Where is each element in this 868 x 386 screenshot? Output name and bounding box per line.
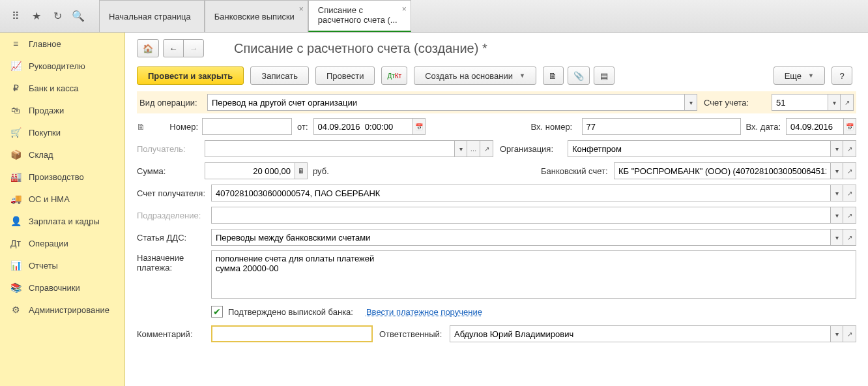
calendar-icon[interactable]: 📅 — [412, 118, 426, 135]
open-icon[interactable]: ↗ — [480, 140, 493, 157]
calc-icon[interactable]: 🖩 — [295, 162, 308, 179]
tab-label: Начальная страница — [109, 12, 191, 22]
sidebar-item-sales[interactable]: 🛍Продажи — [0, 99, 124, 121]
forward-button[interactable]: → — [183, 39, 204, 57]
tab-start-page[interactable]: Начальная страница — [99, 0, 205, 32]
ellipsis-icon[interactable]: … — [467, 140, 480, 157]
comment-input[interactable] — [211, 325, 373, 342]
calendar-icon[interactable]: 📅 — [843, 118, 856, 135]
dropdown-icon[interactable]: ▾ — [828, 94, 841, 111]
home-button[interactable]: 🏠 — [137, 39, 159, 57]
sidebar-item-label: Администрирование — [29, 305, 109, 315]
more-button[interactable]: Еще — [774, 67, 825, 85]
in-date-label: Вх. дата: — [741, 122, 786, 132]
open-icon[interactable]: ↗ — [843, 325, 856, 342]
sidebar-item-label: Операции — [29, 239, 68, 248]
enter-payment-link[interactable]: Ввести платежное поручение — [366, 307, 482, 317]
responsible-input[interactable] — [450, 325, 830, 342]
open-icon[interactable]: ↗ — [843, 185, 856, 201]
sidebar-item-hr[interactable]: 👤Зарплата и кадры — [0, 210, 124, 232]
open-icon[interactable]: ↗ — [843, 140, 856, 157]
responsible-label: Ответственный: — [379, 329, 450, 339]
box-icon: 📦 — [9, 149, 22, 160]
purpose-label: Назначение платежа: — [137, 250, 211, 273]
dropdown-icon[interactable]: ▾ — [830, 162, 843, 179]
history-icon[interactable]: ↻ — [50, 8, 65, 24]
tab-writeoff[interactable]: Списание с расчетного счета (...× — [308, 0, 411, 32]
dds-input[interactable] — [211, 229, 830, 246]
purpose-textarea[interactable] — [211, 250, 856, 299]
rec-acc-input[interactable] — [211, 185, 830, 201]
sidebar-item-purchases[interactable]: 🛒Покупки — [0, 121, 124, 143]
dropdown-icon[interactable]: ▾ — [830, 207, 843, 224]
sidebar-item-catalogs[interactable]: 📚Справочники — [0, 276, 124, 299]
star-icon[interactable]: ★ — [29, 8, 44, 24]
close-icon[interactable]: × — [299, 5, 304, 14]
op-type-input[interactable] — [207, 94, 684, 111]
sidebar-item-reports[interactable]: 📊Отчеты — [0, 254, 124, 276]
post-and-close-button[interactable]: Провести и закрыть — [137, 67, 244, 85]
dropdown-icon[interactable]: ▾ — [830, 140, 843, 157]
sidebar-item-production[interactable]: 🏭Производство — [0, 166, 124, 188]
dds-label: Статья ДДС: — [137, 233, 211, 243]
organization-input[interactable] — [568, 140, 830, 157]
person-icon: 👤 — [9, 216, 22, 226]
in-date-input[interactable] — [786, 118, 843, 135]
date-input[interactable] — [313, 118, 412, 135]
operations-icon: Дт — [9, 238, 22, 248]
sidebar-item-bank[interactable]: ₽Банк и касса — [0, 77, 124, 99]
open-icon[interactable]: ↗ — [843, 162, 856, 179]
tab-bank-statements[interactable]: Банковские выписки× — [205, 0, 308, 32]
in-number-input[interactable] — [582, 118, 741, 135]
sidebar-item-label: Отчеты — [29, 261, 58, 271]
subdivision-input[interactable] — [211, 207, 830, 224]
open-icon[interactable]: ↗ — [841, 94, 854, 111]
dropdown-icon[interactable]: ▾ — [830, 185, 843, 201]
create-based-on-button[interactable]: Создать на основании — [414, 67, 536, 85]
sidebar-item-label: Главное — [29, 39, 61, 49]
post-button[interactable]: Провести — [315, 67, 375, 85]
amount-input[interactable] — [205, 162, 295, 179]
attach-button[interactable]: 📎 — [568, 67, 590, 85]
dropdown-icon[interactable]: ▾ — [830, 325, 843, 342]
factory-icon: 🏭 — [9, 171, 22, 182]
account-input[interactable] — [772, 94, 828, 111]
sidebar-item-admin[interactable]: ⚙Администрирование — [0, 299, 124, 321]
back-button[interactable]: ← — [163, 39, 184, 57]
sidebar-item-label: Производство — [29, 172, 84, 182]
dropdown-icon[interactable]: ▾ — [830, 229, 843, 246]
bank-acc-input[interactable] — [614, 162, 830, 179]
sidebar-item-manager[interactable]: 📈Руководителю — [0, 55, 124, 77]
close-icon[interactable]: × — [402, 5, 407, 14]
dropdown-icon[interactable]: ▾ — [454, 140, 467, 157]
recipient-input[interactable] — [205, 140, 454, 157]
bank-acc-label: Банковский счет: — [541, 166, 614, 176]
open-icon[interactable]: ↗ — [843, 229, 856, 246]
op-type-label: Вид операции: — [139, 98, 207, 108]
search-icon[interactable]: 🔍 — [70, 8, 86, 24]
dtkt-button[interactable]: ДтКт — [381, 67, 407, 85]
sidebar-item-label: Покупки — [29, 128, 61, 138]
sidebar-item-operations[interactable]: ДтОперации — [0, 232, 124, 254]
apps-icon[interactable]: ⠿ — [8, 8, 23, 24]
sidebar-item-label: Зарплата и кадры — [29, 216, 100, 226]
number-input[interactable] — [202, 118, 292, 135]
confirmed-checkbox[interactable]: ✔ — [211, 306, 223, 318]
sidebar-item-warehouse[interactable]: 📦Склад — [0, 143, 124, 166]
sidebar-item-label: Справочники — [29, 283, 80, 293]
report-button[interactable]: 🗎 — [543, 67, 564, 85]
save-button[interactable]: Записать — [250, 67, 309, 85]
in-number-label: Вх. номер: — [531, 122, 582, 132]
list-button[interactable]: ▤ — [594, 67, 615, 85]
bag-icon: 🛍 — [9, 105, 22, 115]
sidebar-item-assets[interactable]: 🚚ОС и НМА — [0, 188, 124, 210]
subdivision-label: Подразделение: — [137, 211, 211, 220]
confirmed-label: Подтверждено выпиской банка: — [228, 307, 353, 317]
open-icon[interactable]: ↗ — [843, 207, 856, 224]
help-button[interactable]: ? — [832, 67, 852, 85]
account-label: Счет учета: — [704, 98, 772, 108]
sidebar-item-main[interactable]: ≡Главное — [0, 33, 124, 55]
dropdown-icon[interactable]: ▾ — [684, 94, 697, 111]
book-icon: 📚 — [9, 282, 22, 293]
amount-label: Сумма: — [137, 166, 205, 176]
